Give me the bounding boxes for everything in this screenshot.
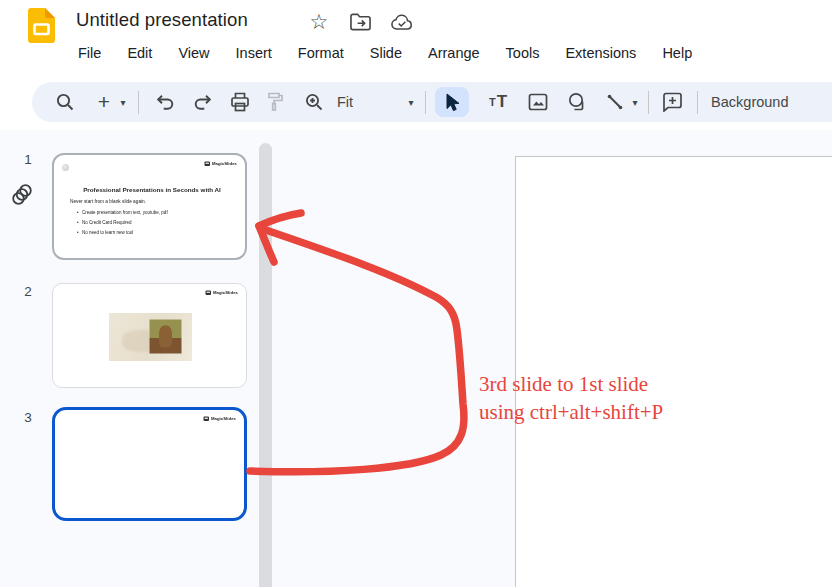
search-icon[interactable] (53, 87, 77, 117)
menu-view[interactable]: View (178, 45, 209, 61)
magicslides-brand: MagicSlides (203, 416, 236, 421)
slide-transition-icon[interactable] (11, 181, 33, 211)
new-slide-button[interactable]: + (94, 87, 114, 117)
move-to-folder-icon[interactable] (349, 11, 371, 33)
magicslides-brand: MagicSlides (205, 290, 238, 295)
slide1-subtitle: Never start from a blank slide again. (70, 198, 146, 204)
work-area: 1 MagicSlides Professional Presentations… (0, 130, 832, 587)
slide-1-number: 1 (18, 152, 38, 167)
background-button[interactable]: Background (711, 87, 788, 117)
menu-help[interactable]: Help (662, 45, 692, 61)
toolbar-divider (425, 91, 426, 114)
paint-format-icon[interactable] (263, 87, 287, 117)
zoom-select-caret-icon[interactable]: ▾ (405, 87, 417, 117)
slide1-bullet: Create presentation from text, youtube, … (77, 207, 168, 217)
select-tool-button[interactable] (435, 87, 469, 117)
slide-2-number: 2 (18, 284, 38, 299)
print-icon[interactable] (228, 87, 252, 117)
toolbar-divider (138, 91, 139, 114)
slide1-title: Professional Presentations in Seconds wi… (69, 186, 235, 193)
menu-arrange[interactable]: Arrange (428, 45, 480, 61)
slide-thumbnail-2[interactable]: MagicSlides (52, 283, 247, 388)
menu-insert[interactable]: Insert (236, 45, 272, 61)
filmstrip-scrollbar[interactable] (259, 143, 272, 587)
magicslides-logo-icon (203, 416, 209, 421)
app-header: Untitled presentation ☆ File Edit View I… (0, 0, 832, 70)
menu-bar: File Edit View Insert Format Slide Arran… (78, 41, 692, 65)
slide-canvas[interactable] (515, 156, 832, 587)
deer-image-thumbnail (109, 313, 192, 361)
slide1-bullet: No Credit Card Required (77, 217, 168, 227)
line-tool-caret-icon[interactable]: ▾ (629, 87, 641, 117)
insert-image-icon[interactable] (526, 87, 550, 117)
zoom-select[interactable]: Fit (337, 87, 353, 117)
add-comment-icon[interactable] (659, 87, 685, 117)
menu-edit[interactable]: Edit (127, 45, 152, 61)
slide-thumbnail-3-selected[interactable]: MagicSlides (52, 407, 247, 521)
toolbar-divider (697, 91, 698, 114)
google-slides-logo-icon[interactable] (28, 8, 55, 43)
cloud-saved-icon[interactable] (391, 11, 413, 33)
undo-icon[interactable] (153, 87, 177, 117)
main-toolbar: + ▾ Fit ▾ (32, 82, 832, 122)
menu-extensions[interactable]: Extensions (565, 45, 636, 61)
magicslides-brand: MagicSlides (204, 161, 237, 166)
slide1-bullet: No need to learn new tool (77, 227, 168, 237)
slide1-corner-dot (62, 164, 69, 171)
document-title[interactable]: Untitled presentation (76, 9, 248, 31)
magicslides-logo-icon (205, 290, 211, 295)
slide-3-number: 3 (18, 410, 38, 425)
shape-tool-icon[interactable] (565, 87, 591, 117)
slide1-bullet-list: Create presentation from text, youtube, … (77, 207, 168, 237)
new-slide-dropdown-caret-icon[interactable]: ▾ (117, 87, 129, 117)
menu-slide[interactable]: Slide (370, 45, 402, 61)
textbox-tool-icon[interactable]: TT (484, 87, 512, 117)
star-icon[interactable]: ☆ (308, 11, 330, 33)
menu-file[interactable]: File (78, 45, 101, 61)
zoom-icon[interactable] (302, 87, 326, 117)
slide-thumbnail-1[interactable]: MagicSlides Professional Presentations i… (52, 153, 247, 260)
redo-icon[interactable] (191, 87, 215, 117)
menu-tools[interactable]: Tools (506, 45, 540, 61)
line-tool-icon[interactable] (604, 87, 626, 117)
toolbar-divider (648, 91, 649, 114)
magicslides-logo-icon (204, 161, 210, 166)
menu-format[interactable]: Format (298, 45, 344, 61)
